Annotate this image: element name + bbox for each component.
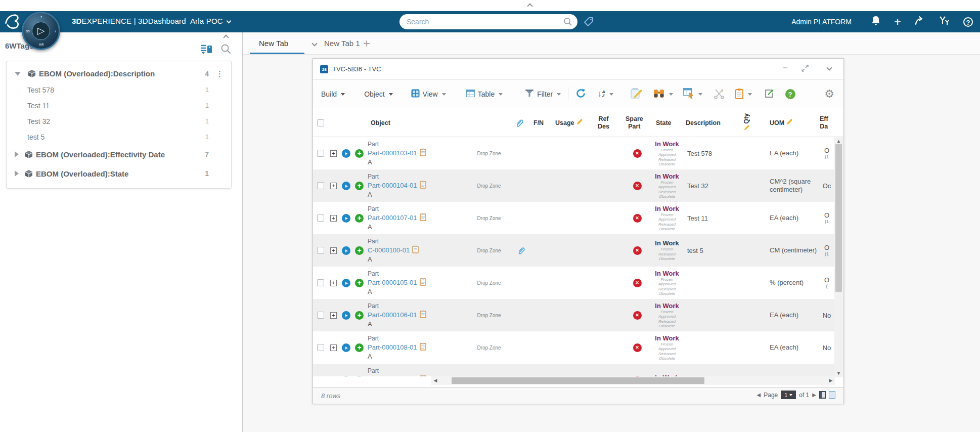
vertical-scrollbar[interactable]: ▲ ▼ <box>834 137 843 377</box>
tag-item-label[interactable]: Test 11 <box>27 102 50 110</box>
sidebar-search-icon[interactable] <box>220 44 232 57</box>
drop-zone[interactable]: Drop Zone <box>474 234 504 267</box>
part-link[interactable]: Part-0000104-01 <box>368 182 417 190</box>
description-cell[interactable] <box>687 331 742 364</box>
compass-west-label[interactable]: 3D <box>26 30 30 33</box>
view-menu-button[interactable]: View <box>411 89 446 99</box>
spare-part-flag-icon[interactable]: ✕ <box>630 202 645 234</box>
notes-clipboard-icon[interactable] <box>420 375 426 377</box>
vscroll-thumb[interactable] <box>835 144 842 292</box>
refresh-icon[interactable] <box>575 88 586 100</box>
table-row[interactable]: +➤+PartPart-0000108-01ADrop Zone✕In Work… <box>313 331 835 364</box>
add-content-icon[interactable]: + <box>894 17 901 27</box>
search-icon[interactable] <box>563 17 572 28</box>
description-cell[interactable]: Test 11 <box>687 202 742 234</box>
column-attachment-paperclip-icon[interactable] <box>515 108 523 137</box>
tag-group-row[interactable]: EBOM (Overloaded):Effectivity Date7 <box>7 145 231 164</box>
tag-list-icon[interactable] <box>200 44 213 58</box>
drop-zone[interactable]: Drop Zone <box>474 169 504 202</box>
6wtags-icon[interactable] <box>583 15 595 30</box>
description-cell[interactable]: Test 32 <box>687 169 742 202</box>
context-dropdown-icon[interactable] <box>226 19 231 24</box>
table-row[interactable]: +➤+PartPart-0000103-01ADrop Zone✕In Work… <box>313 137 835 169</box>
scroll-left-arrow[interactable]: ◀ <box>431 376 439 385</box>
column-description[interactable]: Description <box>686 108 721 137</box>
column-fn[interactable]: F/N <box>533 108 544 137</box>
add-child-icon[interactable]: + <box>355 137 364 169</box>
navigate-structure-icon[interactable]: ➤ <box>342 267 350 299</box>
notes-clipboard-icon[interactable] <box>420 148 426 158</box>
row-checkbox[interactable] <box>317 169 324 202</box>
spare-part-flag-icon[interactable]: ✕ <box>630 234 645 267</box>
widget-maximize-icon[interactable] <box>801 64 809 74</box>
row-checkbox[interactable] <box>317 331 324 364</box>
object-menu-button[interactable]: Object <box>364 90 392 98</box>
table-row[interactable]: +➤+PartC-0000100-01ADrop Zone✕In WorkFro… <box>313 234 835 267</box>
collapse-topbar-icon[interactable] <box>527 3 532 9</box>
tab-new-tab[interactable]: New Tab <box>250 32 304 54</box>
add-child-icon[interactable]: + <box>355 202 364 234</box>
sort-button[interactable]: ↓AZ <box>597 89 613 99</box>
scroll-down-arrow[interactable]: ▼ <box>834 369 843 377</box>
row-checkbox[interactable] <box>317 299 324 331</box>
description-cell[interactable] <box>687 299 742 331</box>
notes-clipboard-icon[interactable] <box>420 213 426 223</box>
search-input[interactable] <box>407 14 553 29</box>
tab-new-tab-1[interactable]: New Tab 1 <box>319 32 365 54</box>
column-object[interactable]: Object <box>371 108 390 137</box>
row-checkbox[interactable] <box>317 202 324 234</box>
tag-group-label[interactable]: EBOM (Overloaded):Description <box>39 69 155 78</box>
notes-clipboard-icon[interactable] <box>420 310 426 320</box>
row-checkbox[interactable] <box>317 364 324 376</box>
column-state[interactable]: State <box>656 108 672 137</box>
notes-clipboard-icon[interactable] <box>420 342 426 353</box>
expand-row-icon[interactable]: + <box>330 267 337 299</box>
part-link[interactable]: C-0000100-01 <box>368 246 410 254</box>
tag-item-label[interactable]: Test 578 <box>27 86 54 94</box>
spare-part-flag-icon[interactable]: ✕ <box>630 364 645 376</box>
compass-north[interactable]: ♦ <box>40 15 42 18</box>
tag-group-row[interactable]: EBOM (Overloaded):Description4⋮ <box>7 65 231 82</box>
page-select[interactable]: 1 <box>781 391 796 399</box>
hscroll-thumb[interactable] <box>452 377 704 384</box>
part-link[interactable]: Part-0000105-01 <box>368 279 417 287</box>
navigate-structure-icon[interactable]: ➤ <box>342 234 350 267</box>
add-child-icon[interactable]: + <box>355 169 364 202</box>
expand-row-icon[interactable]: + <box>330 202 337 234</box>
tag-group-label[interactable]: EBOM (Overloaded):Effectivity Date <box>36 150 165 159</box>
drop-zone[interactable]: Drop Zone <box>474 299 504 331</box>
tag-item-row[interactable]: Test 321 <box>7 113 231 129</box>
attachment-paperclip-icon[interactable] <box>514 234 527 267</box>
navigate-structure-icon[interactable]: ➤ <box>342 137 350 169</box>
tag-item-label[interactable]: test 5 <box>27 133 44 141</box>
scroll-right-arrow[interactable]: ▶ <box>827 376 835 385</box>
notes-clipboard-icon[interactable] <box>420 278 426 288</box>
tag-group-label[interactable]: EBOM (Overloaded):State <box>36 169 128 178</box>
table-menu-button[interactable]: Table <box>466 90 503 99</box>
column-spare-part[interactable]: SparePart <box>626 108 643 137</box>
expand-row-icon[interactable]: + <box>330 299 337 331</box>
navigate-structure-icon[interactable]: ➤ <box>342 364 350 376</box>
column-uom[interactable]: UOM <box>770 108 792 137</box>
spare-part-flag-icon[interactable]: ✕ <box>630 267 645 299</box>
add-child-icon[interactable]: + <box>355 234 364 267</box>
select-rows-button[interactable] <box>683 88 702 100</box>
clipboard-button[interactable] <box>735 88 752 101</box>
notes-clipboard-icon[interactable] <box>412 245 419 255</box>
add-child-icon[interactable]: + <box>355 331 364 364</box>
navigate-structure-icon[interactable]: ➤ <box>342 299 350 331</box>
row-checkbox[interactable] <box>317 267 324 299</box>
navigate-structure-icon[interactable]: ➤ <box>342 202 350 234</box>
drop-zone[interactable]: Drop Zone <box>474 202 504 234</box>
drop-zone[interactable]: Drop Zone <box>474 137 504 169</box>
people-community-icon[interactable] <box>939 16 950 28</box>
add-child-icon[interactable]: + <box>355 299 364 331</box>
mass-edit-icon[interactable] <box>631 88 642 101</box>
compass-south-label[interactable]: V.R <box>39 43 43 46</box>
description-cell[interactable]: Test 578 <box>687 137 742 169</box>
column-ref-des[interactable]: RefDes <box>598 108 609 137</box>
part-link[interactable]: Part-0000103-01 <box>368 149 417 157</box>
add-child-icon[interactable]: + <box>355 364 364 376</box>
widget-menu-icon[interactable] <box>826 65 832 70</box>
help-guide-icon[interactable]: ? <box>785 89 795 99</box>
